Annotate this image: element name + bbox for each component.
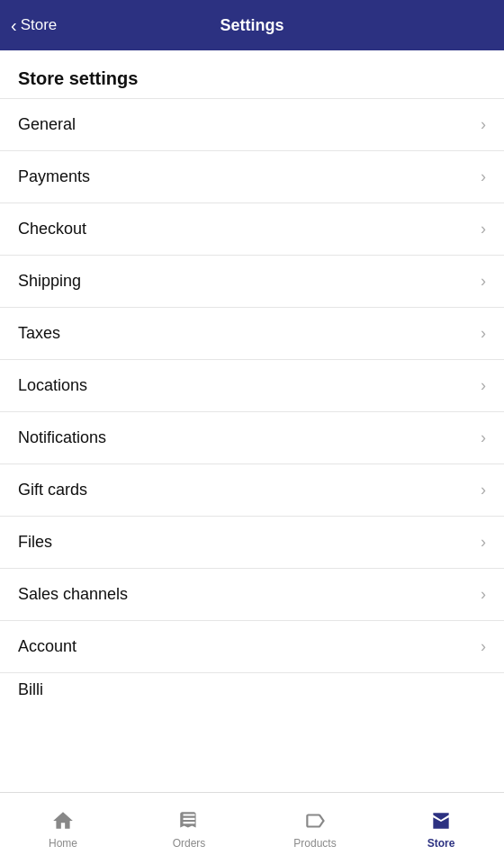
products-icon — [302, 808, 328, 833]
back-chevron-icon: ‹ — [11, 16, 17, 34]
chevron-right-icon: › — [481, 220, 486, 238]
menu-item-taxes[interactable]: Taxes› — [0, 307, 504, 359]
nav-item-products[interactable]: Products — [252, 808, 378, 850]
menu-item-label-shipping: Shipping — [18, 272, 81, 291]
settings-content: Store settings General›Payments›Checkout… — [0, 50, 504, 778]
menu-item-label-account: Account — [18, 637, 76, 656]
nav-orders-label: Orders — [173, 837, 206, 850]
back-button[interactable]: ‹ Store — [11, 16, 57, 34]
back-label: Store — [21, 16, 58, 34]
menu-item-label-general: General — [18, 115, 76, 134]
nav-home-label: Home — [49, 837, 77, 850]
page-title: Settings — [220, 16, 284, 35]
chevron-right-icon: › — [481, 115, 486, 134]
menu-item-label-payments: Payments — [18, 167, 90, 186]
chevron-right-icon: › — [481, 167, 486, 186]
menu-item-sales-channels[interactable]: Sales channels› — [0, 568, 504, 620]
menu-item-payments[interactable]: Payments› — [0, 150, 504, 202]
chevron-right-icon: › — [481, 533, 486, 552]
home-icon — [50, 808, 76, 833]
orders-icon — [176, 808, 202, 833]
nav-products-label: Products — [293, 837, 336, 850]
menu-item-shipping[interactable]: Shipping› — [0, 255, 504, 307]
menu-item-gift-cards[interactable]: Gift cards› — [0, 464, 504, 516]
header: ‹ Store Settings — [0, 0, 504, 50]
nav-item-orders[interactable]: Orders — [126, 808, 252, 850]
menu-item-general[interactable]: General› — [0, 98, 504, 150]
menu-item-label-billing: Billi — [18, 680, 43, 699]
store-icon — [428, 808, 454, 833]
bottom-nav: Home Orders Products Store — [0, 792, 504, 864]
menu-item-billing[interactable]: Billi — [0, 672, 504, 706]
menu-item-files[interactable]: Files› — [0, 516, 504, 568]
chevron-right-icon: › — [481, 637, 486, 656]
chevron-right-icon: › — [481, 428, 486, 447]
menu-item-notifications[interactable]: Notifications› — [0, 411, 504, 464]
chevron-right-icon: › — [481, 481, 486, 500]
menu-item-label-locations: Locations — [18, 376, 87, 395]
chevron-right-icon: › — [481, 324, 486, 343]
menu-item-label-gift-cards: Gift cards — [18, 481, 87, 500]
menu-list: General›Payments›Checkout›Shipping›Taxes… — [0, 98, 504, 706]
menu-item-account[interactable]: Account› — [0, 620, 504, 672]
nav-item-store[interactable]: Store — [378, 808, 504, 850]
menu-item-label-sales-channels: Sales channels — [18, 585, 128, 604]
menu-item-locations[interactable]: Locations› — [0, 359, 504, 411]
section-title: Store settings — [0, 50, 504, 98]
menu-item-label-notifications: Notifications — [18, 428, 106, 447]
menu-item-label-taxes: Taxes — [18, 324, 60, 343]
nav-item-home[interactable]: Home — [0, 808, 126, 850]
nav-store-label: Store — [428, 837, 455, 850]
menu-item-label-files: Files — [18, 533, 52, 552]
chevron-right-icon: › — [481, 376, 486, 395]
menu-item-checkout[interactable]: Checkout› — [0, 202, 504, 255]
chevron-right-icon: › — [481, 272, 486, 291]
chevron-right-icon: › — [481, 585, 486, 604]
menu-item-label-checkout: Checkout — [18, 220, 86, 238]
